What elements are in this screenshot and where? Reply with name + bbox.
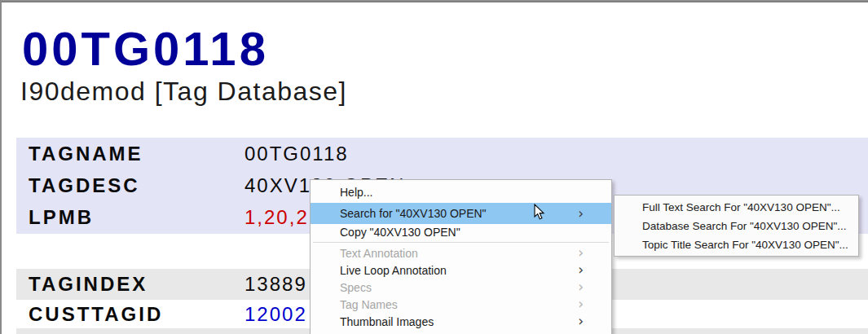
menu-item-label: Live Loop Annotation bbox=[340, 264, 447, 277]
field-label: TAGINDEX bbox=[29, 273, 245, 296]
field-value[interactable]: 00TG0118 bbox=[245, 143, 349, 165]
field-value[interactable]: 12002 bbox=[245, 303, 307, 326]
field-label: TAGDESC bbox=[29, 174, 245, 197]
window-frame-top bbox=[0, 0, 868, 2]
page-title: 00TG0118 bbox=[22, 21, 269, 76]
menu-item-search-for[interactable]: Search for "40XV130 OPEN" › bbox=[311, 203, 611, 224]
menu-item-help[interactable]: Help... bbox=[311, 182, 611, 203]
table-row-tagname: TAGNAME 00TG0118 bbox=[16, 138, 868, 169]
mouse-cursor-icon bbox=[534, 204, 545, 224]
menu-item-label: Text Annotation bbox=[340, 247, 418, 260]
field-label: CUSTTAGID bbox=[29, 303, 245, 326]
search-submenu: Full Text Search For "40XV130 OPEN"... D… bbox=[614, 195, 859, 257]
menu-item-label: Search for "40XV130 OPEN" bbox=[340, 207, 487, 220]
context-menu: Help... Search for "40XV130 OPEN" › Copy… bbox=[310, 179, 612, 334]
menu-item-thumbnail-images[interactable]: Thumbnail Images › bbox=[311, 313, 611, 330]
window-frame-left bbox=[0, 0, 2, 334]
submenu-item-topic-title-search[interactable]: Topic Title Search For "40XV130 OPEN"... bbox=[615, 235, 858, 254]
submenu-arrow-icon: › bbox=[578, 314, 601, 328]
menu-item-tag-names[interactable]: Tag Names › bbox=[311, 296, 611, 313]
submenu-arrow-icon: › bbox=[578, 246, 601, 260]
menu-item-label: Database Search For "40XV130 OPEN"... bbox=[642, 220, 846, 232]
field-label: TAGNAME bbox=[29, 143, 245, 165]
menu-item-label: Tag Names bbox=[340, 298, 398, 311]
menu-item-label: Copy "40XV130 OPEN" bbox=[340, 226, 460, 239]
field-value[interactable]: 1,20,2 bbox=[245, 206, 309, 229]
submenu-item-full-text-search[interactable]: Full Text Search For "40XV130 OPEN"... bbox=[615, 198, 858, 217]
menu-item-text-annotation[interactable]: Text Annotation › bbox=[311, 244, 611, 261]
menu-item-copy[interactable]: Copy "40XV130 OPEN" bbox=[311, 224, 611, 240]
submenu-arrow-icon: › bbox=[578, 263, 601, 277]
menu-item-label: Specs bbox=[340, 281, 372, 294]
submenu-arrow-icon: › bbox=[578, 297, 601, 311]
submenu-arrow-icon: › bbox=[578, 207, 601, 221]
field-value[interactable]: 13889 bbox=[245, 273, 307, 296]
menu-item-specs[interactable]: Specs › bbox=[311, 279, 611, 296]
menu-item-label: Help... bbox=[340, 186, 372, 199]
submenu-arrow-icon: › bbox=[578, 280, 601, 294]
page-subtitle: I90demod [Tag Database] bbox=[20, 77, 347, 107]
menu-item-label: Topic Title Search For "40XV130 OPEN"... bbox=[642, 239, 848, 251]
menu-item-label: Thumbnail Images bbox=[340, 315, 434, 328]
menu-item-live-loop-annotation[interactable]: Live Loop Annotation › bbox=[311, 261, 611, 279]
submenu-item-database-search[interactable]: Database Search For "40XV130 OPEN"... bbox=[615, 217, 858, 235]
field-label: LPMB bbox=[29, 206, 245, 229]
menu-item-label: Full Text Search For "40XV130 OPEN"... bbox=[642, 201, 840, 213]
